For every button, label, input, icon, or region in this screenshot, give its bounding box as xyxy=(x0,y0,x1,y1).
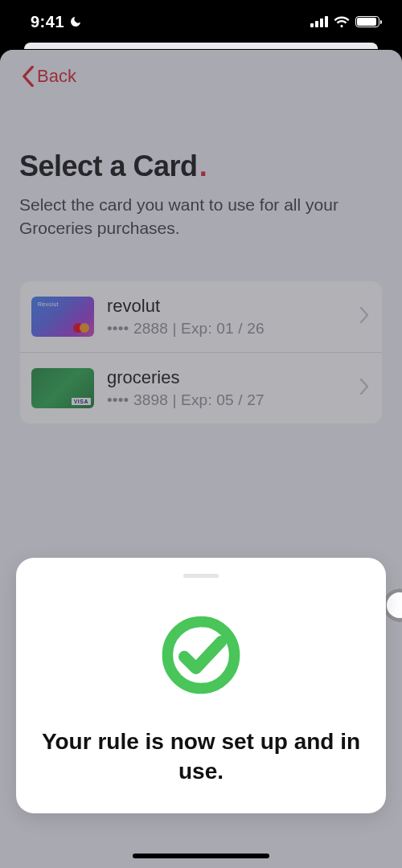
modal-grab-handle[interactable] xyxy=(183,574,219,578)
page-sheet: Back Select a Card . Select the card you… xyxy=(0,50,402,868)
status-time: 9:41 xyxy=(31,13,64,31)
confirmation-message: Your rule is now set up and in use. xyxy=(35,727,367,786)
do-not-disturb-icon xyxy=(69,15,82,28)
device-frame: 9:41 Back xyxy=(0,0,402,868)
cellular-signal-icon xyxy=(310,16,328,27)
battery-icon xyxy=(355,16,379,27)
sheet-pull-indicator xyxy=(24,43,378,49)
wifi-icon xyxy=(334,15,350,28)
home-indicator[interactable] xyxy=(133,854,269,858)
success-icon-wrap xyxy=(35,613,367,697)
confirmation-modal: Your rule is now set up and in use. xyxy=(16,558,386,813)
status-left: 9:41 xyxy=(31,13,82,31)
checkmark-circle-icon xyxy=(159,613,243,697)
status-bar: 9:41 xyxy=(0,0,402,43)
status-right xyxy=(310,15,379,28)
